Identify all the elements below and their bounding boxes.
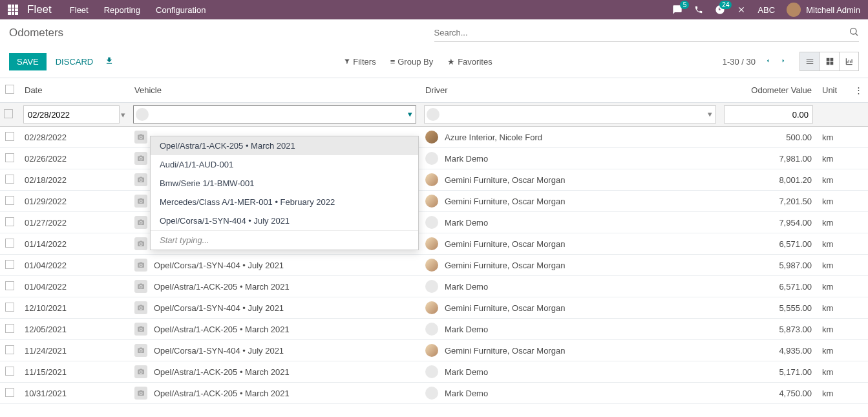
driver-avatar	[425, 216, 438, 229]
row-checkbox[interactable]	[5, 388, 14, 397]
discard-button[interactable]: DISCARD	[56, 57, 94, 67]
col-driver[interactable]: Driver	[420, 78, 720, 103]
driver-avatar	[425, 323, 438, 336]
cell-date: 12/10/2021	[19, 297, 129, 319]
cell-odometer-value: 6,571.00	[720, 233, 817, 255]
debug-icon[interactable]	[737, 5, 746, 14]
chevron-down-icon[interactable]: ▾	[121, 110, 125, 120]
nav-configuration[interactable]: Configuration	[156, 5, 206, 15]
activities-icon[interactable]: 24	[715, 5, 725, 15]
table-row[interactable]: 12/05/2021 Opel/Astra/1-ACK-205 • March …	[0, 319, 868, 340]
favorites-label: Favorites	[458, 57, 492, 67]
search-icon[interactable]	[849, 27, 859, 39]
save-button[interactable]: SAVE	[9, 53, 47, 70]
cell-date: 02/18/2022	[19, 169, 129, 191]
row-checkbox[interactable]	[5, 260, 14, 269]
vehicle-input[interactable]	[133, 105, 416, 123]
table-row[interactable]: 01/04/2022 Opel/Astra/1-ACK-205 • March …	[0, 276, 868, 297]
driver-avatar	[425, 301, 438, 314]
cell-unit: km	[817, 255, 849, 276]
dropdown-option[interactable]: Opel/Astra/1-ACK-205 • March 2021	[151, 136, 418, 155]
kanban-view-button[interactable]	[820, 52, 839, 70]
table-row[interactable]: 01/14/2022 Opel/Corsa/1-SYN-404 • July 2…	[0, 233, 868, 255]
cell-driver: Gemini Furniture, Oscar Morgan	[445, 303, 565, 313]
row-checkbox[interactable]	[4, 109, 13, 118]
driver-input[interactable]	[424, 105, 716, 123]
phone-icon[interactable]	[694, 5, 703, 14]
date-input[interactable]	[23, 105, 120, 123]
cell-unit: km	[817, 383, 849, 404]
driver-avatar	[425, 259, 438, 272]
table-row[interactable]: 12/10/2021 Opel/Corsa/1-SYN-404 • July 2…	[0, 297, 868, 319]
row-checkbox[interactable]	[5, 281, 14, 290]
table-row[interactable]: 01/29/2022 Gemini Furniture, Oscar Morga…	[0, 191, 868, 212]
company-switcher[interactable]: ABC	[757, 5, 775, 15]
row-checkbox[interactable]	[5, 324, 14, 333]
table-row[interactable]: 02/26/2022 Mark Demo 7,981.00 km	[0, 148, 868, 169]
cell-odometer-value: 8,001.20	[720, 169, 817, 191]
groupby-button[interactable]: ≡ Group By	[390, 57, 434, 67]
dropdown-start-typing[interactable]: Start typing...	[151, 230, 418, 250]
dropdown-option[interactable]: Bmw/Serie 1/1-BMW-001	[151, 174, 418, 193]
pager-next[interactable]	[780, 57, 787, 67]
cell-driver: Gemini Furniture, Oscar Morgan	[445, 346, 565, 356]
pager-prev[interactable]	[765, 57, 771, 67]
vehicle-dropdown-caret[interactable]: ▾	[408, 109, 412, 119]
row-checkbox[interactable]	[5, 367, 14, 376]
odometers-table: Date Vehicle Driver Odometer Value Unit …	[0, 78, 868, 404]
row-checkbox[interactable]	[5, 132, 14, 141]
nav-reporting[interactable]: Reporting	[104, 5, 140, 15]
row-checkbox[interactable]	[5, 303, 14, 312]
row-checkbox[interactable]	[5, 175, 14, 184]
user-menu[interactable]: Mitchell Admin	[787, 3, 860, 17]
export-button[interactable]	[105, 56, 114, 67]
col-unit[interactable]: Unit	[817, 78, 849, 103]
driver-avatar	[425, 237, 438, 250]
table-row[interactable]: 02/18/2022 Gemini Furniture, Oscar Morga…	[0, 169, 868, 191]
dropdown-option[interactable]: Mercedes/Class A/1-MER-001 • February 20…	[151, 193, 418, 211]
cell-driver: Gemini Furniture, Oscar Morgan	[445, 175, 565, 185]
cell-unit: km	[817, 127, 849, 148]
cell-date: 01/27/2022	[19, 212, 129, 233]
filters-button[interactable]: Filters	[344, 57, 376, 67]
driver-avatar	[425, 195, 438, 208]
cell-date: 11/24/2021	[19, 340, 129, 361]
dropdown-option[interactable]: Audi/A1/1-AUD-001	[151, 155, 418, 174]
table-row[interactable]: 02/28/2022 Azure Interior, Nicole Ford 5…	[0, 127, 868, 148]
table-row[interactable]: 10/31/2021 Opel/Astra/1-ACK-205 • March …	[0, 383, 868, 404]
cell-odometer-value: 4,750.00	[720, 383, 817, 404]
list-view-button[interactable]	[800, 52, 820, 70]
optional-fields-button[interactable]: ⋮	[854, 85, 863, 95]
odometer-value-input[interactable]	[724, 105, 813, 123]
row-checkbox[interactable]	[5, 196, 14, 205]
select-all-checkbox[interactable]	[5, 85, 14, 94]
messaging-icon[interactable]: 5	[672, 5, 683, 15]
graph-view-button[interactable]	[839, 52, 858, 70]
cell-odometer-value: 5,987.00	[720, 255, 817, 276]
vehicle-icon-placeholder	[136, 108, 149, 121]
table-row[interactable]: 01/27/2022 Mark Demo 7,954.00 km	[0, 212, 868, 233]
row-checkbox[interactable]	[5, 217, 14, 226]
col-date[interactable]: Date	[19, 78, 129, 103]
nav-fleet[interactable]: Fleet	[70, 5, 89, 15]
col-value[interactable]: Odometer Value	[720, 78, 817, 103]
table-row[interactable]: 11/24/2021 Opel/Corsa/1-SYN-404 • July 2…	[0, 340, 868, 361]
table-row[interactable]: 01/04/2022 Opel/Corsa/1-SYN-404 • July 2…	[0, 255, 868, 276]
dropdown-option[interactable]: Opel/Corsa/1-SYN-404 • July 2021	[151, 211, 418, 230]
app-brand[interactable]: Fleet	[27, 3, 52, 16]
camera-icon	[134, 301, 147, 314]
driver-avatar-placeholder	[427, 108, 439, 121]
table-row[interactable]: 11/15/2021 Opel/Astra/1-ACK-205 • March …	[0, 361, 868, 383]
search-input[interactable]	[434, 25, 849, 40]
row-checkbox[interactable]	[5, 345, 14, 354]
cell-date: 02/28/2022	[19, 127, 129, 148]
apps-icon[interactable]	[8, 5, 18, 15]
row-checkbox[interactable]	[5, 153, 14, 162]
driver-dropdown-caret[interactable]: ▾	[708, 109, 712, 119]
cell-unit: km	[817, 297, 849, 319]
favorites-button[interactable]: ★ Favorites	[447, 57, 492, 67]
cell-odometer-value: 7,981.00	[720, 148, 817, 169]
row-checkbox[interactable]	[5, 239, 14, 248]
col-vehicle[interactable]: Vehicle	[129, 78, 420, 103]
pager-value[interactable]: 1-30 / 30	[723, 57, 756, 67]
